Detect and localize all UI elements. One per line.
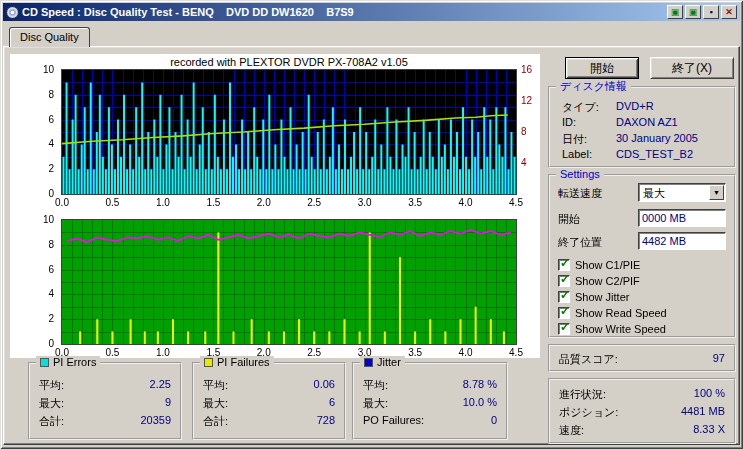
pi-errors-title: PI Errors bbox=[53, 356, 96, 369]
quality-score-group: 品質スコア: 97 bbox=[548, 344, 736, 372]
checkbox-show-c1-pie[interactable]: ✓ Show C1/PIE bbox=[558, 258, 640, 272]
check-icon: ✓ bbox=[560, 288, 570, 302]
settings-header: Settings bbox=[556, 168, 604, 181]
checkbox-box[interactable]: ✓ bbox=[558, 259, 570, 271]
checkbox-show-c2-pif[interactable]: ✓ Show C2/PIF bbox=[558, 274, 640, 288]
disc-info-group: ディスク情報 タイプ:DVD+R ID:DAXON AZ1 日付:30 Janu… bbox=[548, 86, 736, 168]
titlebar[interactable]: CD Speed : Disc Quality Test - BENQ DVD … bbox=[3, 3, 740, 21]
end-position-label: 終了位置 bbox=[558, 235, 602, 250]
check-icon: ✓ bbox=[560, 320, 570, 334]
quality-score-label: 品質スコア: bbox=[559, 352, 618, 367]
checkbox-show-jitter[interactable]: ✓ Show Jitter bbox=[558, 290, 629, 304]
progress-row: 速度:8.33 X bbox=[559, 423, 725, 441]
chart-panel: recorded with PLEXTOR DVDR PX-708A2 v1.0… bbox=[10, 54, 540, 358]
app-icon bbox=[6, 6, 19, 19]
jitter-stats-group: Jitter 平均:8.78 % 最大:10.0 % PO Failures:0 bbox=[352, 362, 508, 440]
jitter-x-axis: 0.00.51.01.52.02.53.03.54.04.5 bbox=[62, 347, 516, 359]
pi-errors-y-axis-right: 161284 bbox=[519, 70, 540, 194]
checkbox-box[interactable]: ✓ bbox=[558, 291, 570, 303]
pi-failures-legend: PI Failures bbox=[200, 356, 274, 369]
stat-row: 最大:6 bbox=[203, 396, 335, 414]
stat-row: 平均:0.06 bbox=[203, 378, 335, 396]
check-icon: ✓ bbox=[560, 304, 570, 318]
stat-row: 最大:9 bbox=[39, 396, 171, 414]
jitter-y-axis-left: 1086420 bbox=[10, 220, 58, 344]
stat-row: 合計:728 bbox=[203, 414, 335, 432]
stat-row: 合計:20359 bbox=[39, 414, 171, 432]
quality-score-row: 品質スコア: 97 bbox=[550, 346, 734, 367]
stat-row: PO Failures:0 bbox=[363, 414, 497, 432]
pi-errors-canvas bbox=[62, 70, 516, 194]
checkbox-show-read-speed[interactable]: ✓ Show Read Speed bbox=[558, 306, 667, 320]
stat-row: 平均:8.78 % bbox=[363, 378, 497, 396]
minimize-button[interactable]: ▪ bbox=[703, 5, 719, 19]
exit-button[interactable]: 終了(X) bbox=[650, 57, 734, 79]
disc-info-row: 日付:30 January 2005 bbox=[554, 132, 730, 148]
jitter-canvas bbox=[62, 220, 516, 344]
jitter-color-swatch bbox=[364, 358, 373, 367]
chevron-down-icon[interactable]: ▼ bbox=[709, 185, 724, 200]
pi-errors-color-swatch bbox=[40, 358, 49, 367]
pi-errors-legend: PI Errors bbox=[36, 356, 100, 369]
jitter-legend: Jitter bbox=[360, 356, 405, 369]
pi-errors-y-axis-left: 1086420 bbox=[10, 70, 58, 194]
checkbox-box[interactable]: ✓ bbox=[558, 307, 570, 319]
checkbox-show-write-speed[interactable]: ✓ Show Write Speed bbox=[558, 322, 666, 336]
close-button[interactable]: ✕ bbox=[721, 5, 737, 19]
pi-failures-color-swatch bbox=[204, 358, 213, 367]
start-position-label: 開始 bbox=[558, 212, 580, 227]
quality-score-value: 97 bbox=[713, 352, 725, 367]
disc-info-row: ID:DAXON AZ1 bbox=[554, 116, 730, 132]
pi-errors-stats-group: PI Errors 平均:2.25 最大:9 合計:20359 bbox=[28, 362, 182, 440]
jitter-chart bbox=[62, 220, 516, 344]
titlebar-buttons: ▣ ▣ ▪ ✕ bbox=[667, 5, 737, 19]
checkbox-box[interactable]: ✓ bbox=[558, 275, 570, 287]
disc-info-row: Label:CDS_TEST_B2 bbox=[554, 148, 730, 164]
transfer-speed-label: 転送速度 bbox=[558, 186, 602, 201]
progress-row: 進行状況:100 % bbox=[559, 387, 725, 405]
start-position-field[interactable]: 0000 MB bbox=[638, 209, 726, 227]
progress-group: 進行状況:100 % ポジション:4481 MB 速度:8.33 X bbox=[548, 378, 736, 444]
disc-info-header: ディスク情報 bbox=[556, 80, 631, 93]
chart-header: recorded with PLEXTOR DVDR PX-708A2 v1.0… bbox=[62, 56, 516, 68]
jitter-title: Jitter bbox=[377, 356, 401, 369]
check-icon: ✓ bbox=[560, 272, 570, 286]
check-icon: ✓ bbox=[560, 256, 570, 270]
settings-group: Settings 転送速度 最大 ▼ 開始 0000 MB 終了位置 4482 … bbox=[548, 174, 736, 338]
end-position-field[interactable]: 4482 MB bbox=[638, 232, 726, 250]
window-title: CD Speed : Disc Quality Test - BENQ DVD … bbox=[22, 6, 667, 18]
stat-row: 平均:2.25 bbox=[39, 378, 171, 396]
pi-errors-chart bbox=[62, 70, 516, 194]
pi-failures-title: PI Failures bbox=[217, 356, 270, 369]
progress-row: ポジション:4481 MB bbox=[559, 405, 725, 423]
transfer-speed-select[interactable]: 最大 ▼ bbox=[638, 183, 726, 202]
titlebar-icon-2[interactable]: ▣ bbox=[685, 5, 701, 19]
pi-errors-x-axis: 0.00.51.01.52.02.53.03.54.04.5 bbox=[62, 197, 516, 209]
disc-info-row: タイプ:DVD+R bbox=[554, 100, 730, 116]
stat-row: 最大:10.0 % bbox=[363, 396, 497, 414]
checkbox-box[interactable]: ✓ bbox=[558, 323, 570, 335]
tab-disc-quality[interactable]: Disc Quality bbox=[9, 27, 90, 47]
start-button[interactable]: 開始 bbox=[565, 57, 639, 79]
pi-failures-stats-group: PI Failures 平均:0.06 最大:6 合計:728 bbox=[192, 362, 346, 440]
titlebar-icon-1[interactable]: ▣ bbox=[667, 5, 683, 19]
app-window: CD Speed : Disc Quality Test - BENQ DVD … bbox=[0, 0, 743, 449]
